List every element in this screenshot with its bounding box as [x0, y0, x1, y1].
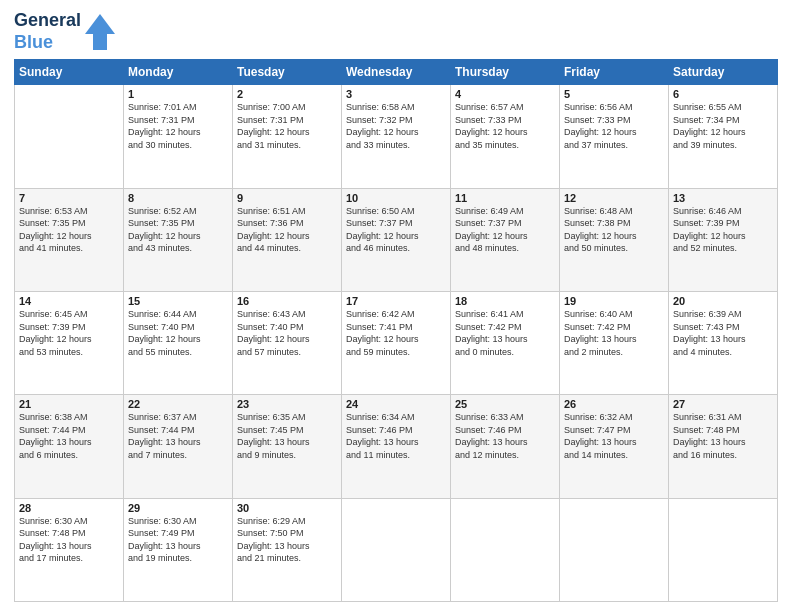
- calendar-cell: 11Sunrise: 6:49 AM Sunset: 7:37 PM Dayli…: [451, 188, 560, 291]
- calendar-cell: 4Sunrise: 6:57 AM Sunset: 7:33 PM Daylig…: [451, 85, 560, 188]
- weekday-header-sunday: Sunday: [15, 60, 124, 85]
- weekday-header-saturday: Saturday: [669, 60, 778, 85]
- day-info: Sunrise: 6:34 AM Sunset: 7:46 PM Dayligh…: [346, 411, 446, 461]
- calendar-cell: 17Sunrise: 6:42 AM Sunset: 7:41 PM Dayli…: [342, 291, 451, 394]
- calendar-cell: 13Sunrise: 6:46 AM Sunset: 7:39 PM Dayli…: [669, 188, 778, 291]
- day-number: 16: [237, 295, 337, 307]
- logo-line2: Blue: [14, 32, 81, 54]
- day-info: Sunrise: 6:30 AM Sunset: 7:49 PM Dayligh…: [128, 515, 228, 565]
- day-info: Sunrise: 6:51 AM Sunset: 7:36 PM Dayligh…: [237, 205, 337, 255]
- calendar-cell: 27Sunrise: 6:31 AM Sunset: 7:48 PM Dayli…: [669, 395, 778, 498]
- day-info: Sunrise: 7:00 AM Sunset: 7:31 PM Dayligh…: [237, 101, 337, 151]
- week-row-3: 14Sunrise: 6:45 AM Sunset: 7:39 PM Dayli…: [15, 291, 778, 394]
- day-number: 11: [455, 192, 555, 204]
- day-number: 26: [564, 398, 664, 410]
- calendar-cell: [15, 85, 124, 188]
- day-info: Sunrise: 7:01 AM Sunset: 7:31 PM Dayligh…: [128, 101, 228, 151]
- page: GeneralBlue SundayMondayTuesdayWednesday…: [0, 0, 792, 612]
- calendar-cell: [451, 498, 560, 601]
- day-info: Sunrise: 6:52 AM Sunset: 7:35 PM Dayligh…: [128, 205, 228, 255]
- day-number: 3: [346, 88, 446, 100]
- day-number: 8: [128, 192, 228, 204]
- calendar-cell: 15Sunrise: 6:44 AM Sunset: 7:40 PM Dayli…: [124, 291, 233, 394]
- day-number: 13: [673, 192, 773, 204]
- day-number: 17: [346, 295, 446, 307]
- day-info: Sunrise: 6:55 AM Sunset: 7:34 PM Dayligh…: [673, 101, 773, 151]
- day-info: Sunrise: 6:50 AM Sunset: 7:37 PM Dayligh…: [346, 205, 446, 255]
- week-row-1: 1Sunrise: 7:01 AM Sunset: 7:31 PM Daylig…: [15, 85, 778, 188]
- day-info: Sunrise: 6:38 AM Sunset: 7:44 PM Dayligh…: [19, 411, 119, 461]
- calendar-cell: [342, 498, 451, 601]
- day-number: 24: [346, 398, 446, 410]
- day-info: Sunrise: 6:29 AM Sunset: 7:50 PM Dayligh…: [237, 515, 337, 565]
- logo-icon: [85, 14, 115, 50]
- calendar-cell: 2Sunrise: 7:00 AM Sunset: 7:31 PM Daylig…: [233, 85, 342, 188]
- calendar-cell: 12Sunrise: 6:48 AM Sunset: 7:38 PM Dayli…: [560, 188, 669, 291]
- calendar-cell: 19Sunrise: 6:40 AM Sunset: 7:42 PM Dayli…: [560, 291, 669, 394]
- calendar-cell: [560, 498, 669, 601]
- day-number: 12: [564, 192, 664, 204]
- day-number: 22: [128, 398, 228, 410]
- day-number: 30: [237, 502, 337, 514]
- day-number: 25: [455, 398, 555, 410]
- day-info: Sunrise: 6:33 AM Sunset: 7:46 PM Dayligh…: [455, 411, 555, 461]
- logo-area: GeneralBlue: [14, 10, 115, 53]
- week-row-4: 21Sunrise: 6:38 AM Sunset: 7:44 PM Dayli…: [15, 395, 778, 498]
- day-number: 19: [564, 295, 664, 307]
- day-info: Sunrise: 6:42 AM Sunset: 7:41 PM Dayligh…: [346, 308, 446, 358]
- day-info: Sunrise: 6:49 AM Sunset: 7:37 PM Dayligh…: [455, 205, 555, 255]
- day-number: 5: [564, 88, 664, 100]
- calendar-cell: 25Sunrise: 6:33 AM Sunset: 7:46 PM Dayli…: [451, 395, 560, 498]
- logo: GeneralBlue: [14, 10, 115, 53]
- calendar-cell: 6Sunrise: 6:55 AM Sunset: 7:34 PM Daylig…: [669, 85, 778, 188]
- logo-line1: General: [14, 10, 81, 32]
- day-info: Sunrise: 6:41 AM Sunset: 7:42 PM Dayligh…: [455, 308, 555, 358]
- day-info: Sunrise: 6:43 AM Sunset: 7:40 PM Dayligh…: [237, 308, 337, 358]
- week-row-2: 7Sunrise: 6:53 AM Sunset: 7:35 PM Daylig…: [15, 188, 778, 291]
- day-number: 21: [19, 398, 119, 410]
- calendar-cell: 22Sunrise: 6:37 AM Sunset: 7:44 PM Dayli…: [124, 395, 233, 498]
- calendar-cell: 30Sunrise: 6:29 AM Sunset: 7:50 PM Dayli…: [233, 498, 342, 601]
- day-info: Sunrise: 6:40 AM Sunset: 7:42 PM Dayligh…: [564, 308, 664, 358]
- day-info: Sunrise: 6:56 AM Sunset: 7:33 PM Dayligh…: [564, 101, 664, 151]
- day-number: 27: [673, 398, 773, 410]
- day-info: Sunrise: 6:35 AM Sunset: 7:45 PM Dayligh…: [237, 411, 337, 461]
- calendar-cell: 29Sunrise: 6:30 AM Sunset: 7:49 PM Dayli…: [124, 498, 233, 601]
- calendar-cell: 26Sunrise: 6:32 AM Sunset: 7:47 PM Dayli…: [560, 395, 669, 498]
- calendar-cell: 7Sunrise: 6:53 AM Sunset: 7:35 PM Daylig…: [15, 188, 124, 291]
- day-number: 2: [237, 88, 337, 100]
- calendar-cell: 28Sunrise: 6:30 AM Sunset: 7:48 PM Dayli…: [15, 498, 124, 601]
- calendar-cell: 5Sunrise: 6:56 AM Sunset: 7:33 PM Daylig…: [560, 85, 669, 188]
- day-number: 15: [128, 295, 228, 307]
- day-number: 1: [128, 88, 228, 100]
- day-info: Sunrise: 6:53 AM Sunset: 7:35 PM Dayligh…: [19, 205, 119, 255]
- header: GeneralBlue: [14, 10, 778, 53]
- calendar-table: SundayMondayTuesdayWednesdayThursdayFrid…: [14, 59, 778, 602]
- weekday-header-thursday: Thursday: [451, 60, 560, 85]
- weekday-header-friday: Friday: [560, 60, 669, 85]
- calendar-cell: 16Sunrise: 6:43 AM Sunset: 7:40 PM Dayli…: [233, 291, 342, 394]
- calendar-cell: 24Sunrise: 6:34 AM Sunset: 7:46 PM Dayli…: [342, 395, 451, 498]
- day-number: 9: [237, 192, 337, 204]
- day-info: Sunrise: 6:45 AM Sunset: 7:39 PM Dayligh…: [19, 308, 119, 358]
- day-number: 18: [455, 295, 555, 307]
- day-info: Sunrise: 6:37 AM Sunset: 7:44 PM Dayligh…: [128, 411, 228, 461]
- day-number: 20: [673, 295, 773, 307]
- weekday-header-wednesday: Wednesday: [342, 60, 451, 85]
- day-info: Sunrise: 6:57 AM Sunset: 7:33 PM Dayligh…: [455, 101, 555, 151]
- day-info: Sunrise: 6:58 AM Sunset: 7:32 PM Dayligh…: [346, 101, 446, 151]
- day-info: Sunrise: 6:32 AM Sunset: 7:47 PM Dayligh…: [564, 411, 664, 461]
- calendar-cell: 10Sunrise: 6:50 AM Sunset: 7:37 PM Dayli…: [342, 188, 451, 291]
- calendar-cell: [669, 498, 778, 601]
- day-number: 4: [455, 88, 555, 100]
- calendar-cell: 21Sunrise: 6:38 AM Sunset: 7:44 PM Dayli…: [15, 395, 124, 498]
- svg-marker-0: [85, 14, 115, 50]
- weekday-header-tuesday: Tuesday: [233, 60, 342, 85]
- day-number: 28: [19, 502, 119, 514]
- day-number: 14: [19, 295, 119, 307]
- weekday-header-row: SundayMondayTuesdayWednesdayThursdayFrid…: [15, 60, 778, 85]
- calendar-cell: 3Sunrise: 6:58 AM Sunset: 7:32 PM Daylig…: [342, 85, 451, 188]
- day-info: Sunrise: 6:31 AM Sunset: 7:48 PM Dayligh…: [673, 411, 773, 461]
- calendar-cell: 1Sunrise: 7:01 AM Sunset: 7:31 PM Daylig…: [124, 85, 233, 188]
- calendar-cell: 9Sunrise: 6:51 AM Sunset: 7:36 PM Daylig…: [233, 188, 342, 291]
